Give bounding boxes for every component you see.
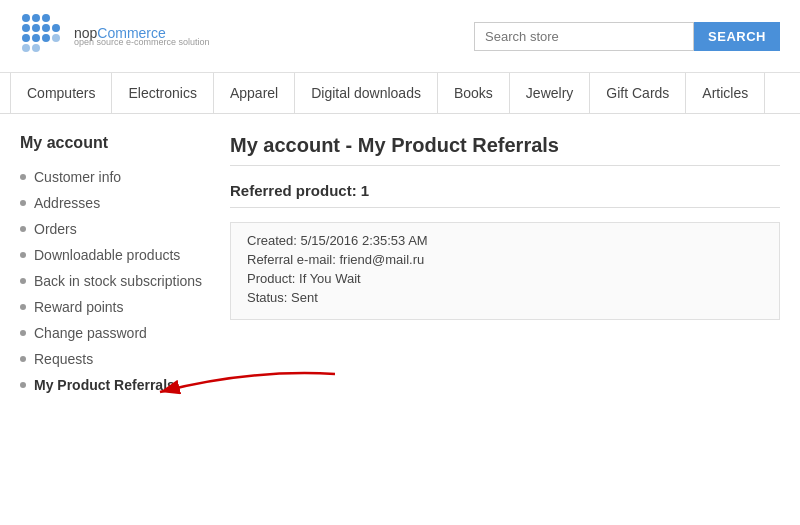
sidebar-label: Change password: [34, 325, 147, 341]
svg-point-5: [42, 24, 50, 32]
main-container: My account Customer info Addresses Order…: [0, 114, 800, 418]
sidebar-item-back-in-stock[interactable]: Back in stock subscriptions: [20, 268, 210, 294]
nav-item-apparel[interactable]: Apparel: [214, 73, 295, 113]
nav-item-gift-cards[interactable]: Gift Cards: [590, 73, 686, 113]
sidebar-label: Addresses: [34, 195, 100, 211]
sidebar-item-reward-points[interactable]: Reward points: [20, 294, 210, 320]
referral-status: Status: Sent: [247, 290, 763, 305]
sidebar-item-customer-info[interactable]: Customer info: [20, 164, 210, 190]
logo-icon: [20, 12, 68, 60]
referral-product: Product: If You Wait: [247, 271, 763, 286]
bullet-icon: [20, 226, 26, 232]
referral-email: Referral e-mail: friend@mail.ru: [247, 252, 763, 267]
sidebar-title: My account: [20, 134, 210, 152]
svg-point-3: [22, 24, 30, 32]
sidebar-label: Orders: [34, 221, 77, 237]
referral-created: Created: 5/15/2016 2:35:53 AM: [247, 233, 763, 248]
logo-subtitle: open source e-commerce solution: [74, 37, 210, 47]
nav-item-computers[interactable]: Computers: [10, 73, 112, 113]
svg-point-12: [32, 44, 40, 52]
logo-text: nopCommerce open source e-commerce solut…: [74, 25, 210, 47]
svg-point-1: [32, 14, 40, 22]
nav-item-books[interactable]: Books: [438, 73, 510, 113]
sidebar-label: Downloadable products: [34, 247, 180, 263]
svg-point-9: [42, 34, 50, 42]
svg-point-10: [52, 34, 60, 42]
logo-area: nopCommerce open source e-commerce solut…: [20, 12, 210, 60]
bullet-icon: [20, 330, 26, 336]
sidebar-item-downloadable-products[interactable]: Downloadable products: [20, 242, 210, 268]
sidebar-item-my-product-referrals[interactable]: My Product Referrals: [20, 372, 210, 398]
sidebar-item-orders[interactable]: Orders: [20, 216, 210, 242]
header: nopCommerce open source e-commerce solut…: [0, 0, 800, 73]
svg-point-8: [32, 34, 40, 42]
sidebar-label: My Product Referrals: [34, 377, 175, 393]
referred-heading: Referred product: 1: [230, 182, 780, 208]
svg-point-6: [52, 24, 60, 32]
content-area: My account - My Product Referrals Referr…: [230, 134, 780, 398]
nav-bar: Computers Electronics Apparel Digital do…: [0, 73, 800, 114]
svg-point-4: [32, 24, 40, 32]
svg-point-7: [22, 34, 30, 42]
bullet-icon: [20, 252, 26, 258]
sidebar-label: Customer info: [34, 169, 121, 185]
bullet-icon: [20, 304, 26, 310]
nav-item-digital-downloads[interactable]: Digital downloads: [295, 73, 438, 113]
svg-point-0: [22, 14, 30, 22]
referral-box: Created: 5/15/2016 2:35:53 AM Referral e…: [230, 222, 780, 320]
sidebar-item-addresses[interactable]: Addresses: [20, 190, 210, 216]
sidebar-label: Back in stock subscriptions: [34, 273, 202, 289]
nav-item-electronics[interactable]: Electronics: [112, 73, 213, 113]
svg-point-11: [22, 44, 30, 52]
sidebar-item-requests[interactable]: Requests: [20, 346, 210, 372]
search-input[interactable]: [474, 22, 694, 51]
bullet-icon: [20, 200, 26, 206]
page-title: My account - My Product Referrals: [230, 134, 780, 166]
sidebar: My account Customer info Addresses Order…: [20, 134, 210, 398]
sidebar-label: Reward points: [34, 299, 124, 315]
sidebar-item-change-password[interactable]: Change password: [20, 320, 210, 346]
search-button[interactable]: SEARCH: [694, 22, 780, 51]
nav-item-articles[interactable]: Articles: [686, 73, 765, 113]
nav-item-jewelry[interactable]: Jewelry: [510, 73, 590, 113]
bullet-icon: [20, 382, 26, 388]
bullet-icon: [20, 174, 26, 180]
svg-point-2: [42, 14, 50, 22]
sidebar-label: Requests: [34, 351, 93, 367]
bullet-icon: [20, 356, 26, 362]
search-area: SEARCH: [474, 22, 780, 51]
bullet-icon: [20, 278, 26, 284]
